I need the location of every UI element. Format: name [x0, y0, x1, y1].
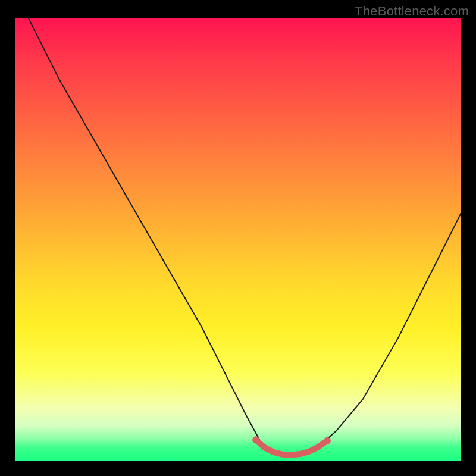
- optimal-range-marker: [252, 436, 259, 443]
- plot-svg: [15, 18, 461, 461]
- optimal-range-marker: [324, 437, 331, 444]
- watermark-text: TheBottleneck.com: [355, 4, 469, 19]
- chart-container: TheBottleneck.com: [0, 0, 476, 476]
- optimal-range-curve: [256, 440, 327, 455]
- plot-area: [15, 18, 461, 461]
- bottleneck-curve: [29, 18, 462, 455]
